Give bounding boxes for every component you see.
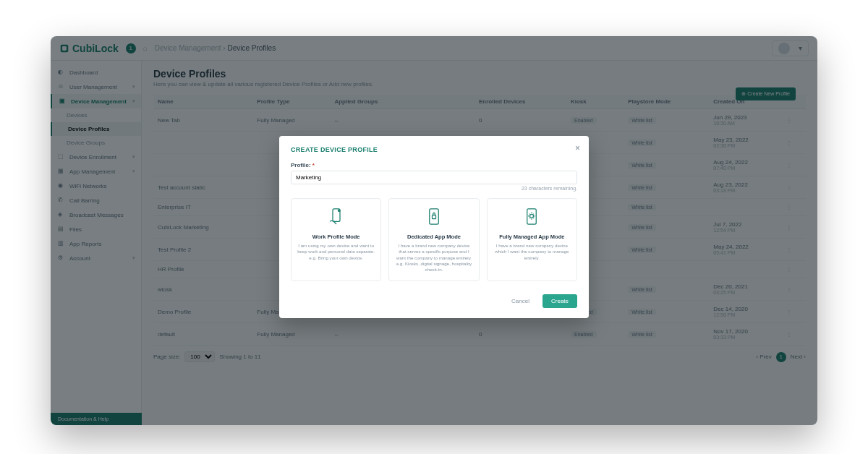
card-title: Fully Managed App Mode xyxy=(493,234,571,240)
char-remaining-hint: 23 characters remaining. xyxy=(291,186,577,191)
phone-gear-icon xyxy=(521,206,542,228)
phone-hand-icon xyxy=(326,206,347,228)
cancel-button[interactable]: Cancel xyxy=(506,294,535,308)
card-desc: I have a brand new company device that s… xyxy=(395,243,472,273)
mode-card-fully-managed[interactable]: Fully Managed App Mode I have a brand ne… xyxy=(487,198,577,281)
mode-cards: Work Profile Mode I am using my own devi… xyxy=(291,198,577,281)
close-icon[interactable]: × xyxy=(575,143,580,153)
create-button[interactable]: Create xyxy=(542,294,577,308)
create-profile-modal: CREATE DEVICE PROFILE × Profile: * 23 ch… xyxy=(279,136,589,318)
profile-name-input[interactable] xyxy=(291,171,577,184)
phone-lock-icon xyxy=(423,206,445,228)
card-desc: I have a brand new company device which … xyxy=(493,243,571,261)
svg-rect-5 xyxy=(432,215,435,219)
svg-point-7 xyxy=(530,214,534,218)
mode-card-work-profile[interactable]: Work Profile Mode I am using my own devi… xyxy=(291,198,381,281)
required-mark: * xyxy=(312,162,315,168)
field-label-text: Profile: xyxy=(291,162,311,168)
card-desc: I am using my own device and want to kee… xyxy=(297,243,375,261)
app-window: CubiLock 1 ⌂ Device Management › Device … xyxy=(51,36,817,425)
modal-actions: Cancel Create xyxy=(291,294,577,308)
modal-title: CREATE DEVICE PROFILE xyxy=(291,146,577,153)
mode-card-dedicated-app[interactable]: Dedicated App Mode I have a brand new co… xyxy=(388,198,479,281)
card-title: Dedicated App Mode xyxy=(395,234,472,240)
profile-name-label: Profile: * xyxy=(291,162,577,168)
svg-point-3 xyxy=(338,210,340,212)
card-title: Work Profile Mode xyxy=(297,234,375,240)
svg-rect-4 xyxy=(430,209,439,224)
